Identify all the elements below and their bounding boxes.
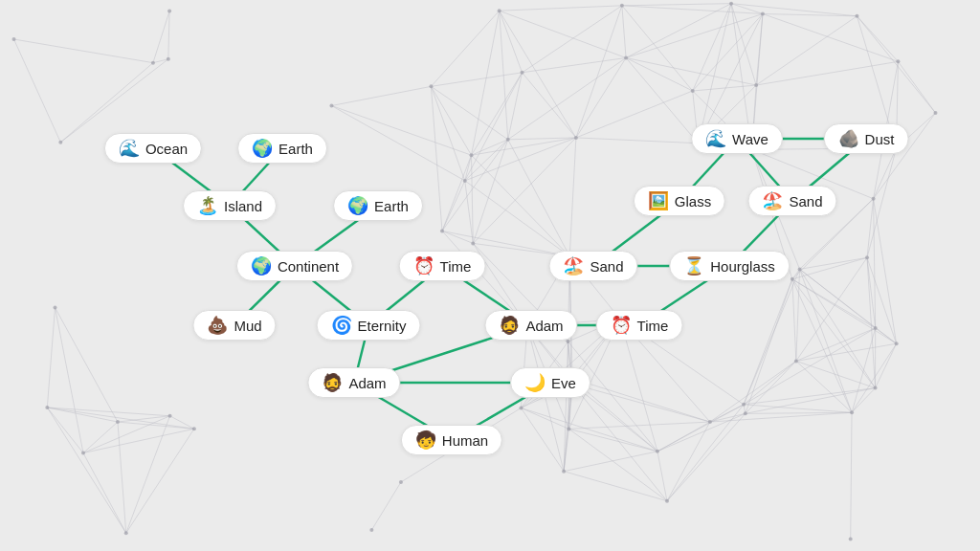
graph-container: 🌊Ocean🌍Earth🏝️Island🌍Earth🌍Continent⏰Tim…: [0, 0, 980, 551]
label-sand1: Sand: [590, 258, 623, 275]
emoji-wave: 🌊: [705, 130, 726, 147]
node-island[interactable]: 🏝️Island: [183, 190, 277, 221]
node-eve[interactable]: 🌙Eve: [510, 367, 590, 398]
node-sand2[interactable]: 🏖️Sand: [747, 186, 836, 216]
label-human: Human: [442, 432, 488, 449]
label-earth1: Earth: [278, 141, 313, 157]
emoji-eve: 🌙: [524, 374, 546, 391]
node-human[interactable]: 🧒Human: [401, 425, 502, 455]
label-island: Island: [224, 198, 262, 214]
emoji-hourglass: ⏳: [683, 257, 704, 275]
label-wave: Wave: [732, 131, 768, 147]
emoji-continent: 🌍: [251, 257, 272, 275]
node-time1[interactable]: ⏰Time: [399, 251, 486, 281]
node-glass[interactable]: 🖼️Glass: [634, 186, 725, 216]
emoji-mud: 💩: [207, 317, 228, 334]
node-time2[interactable]: ⏰Time: [596, 310, 683, 341]
emoji-eternity: 🌀: [331, 317, 352, 334]
emoji-time2: ⏰: [611, 317, 632, 334]
node-earth1[interactable]: 🌍Earth: [237, 133, 327, 164]
emoji-human: 🧒: [415, 431, 436, 449]
label-eve: Eve: [551, 375, 576, 391]
label-sand2: Sand: [789, 193, 822, 209]
emoji-island: 🏝️: [197, 197, 218, 214]
emoji-time1: ⏰: [413, 257, 434, 275]
emoji-adam1: 🧔: [499, 317, 520, 334]
label-adam2: Adam: [348, 375, 386, 391]
label-mud: Mud: [234, 318, 261, 334]
emoji-sand2: 🏖️: [762, 192, 783, 209]
label-continent: Continent: [278, 258, 339, 275]
node-adam2[interactable]: 🧔Adam: [307, 367, 400, 398]
emoji-dust: 🪨: [838, 130, 859, 147]
emoji-earth1: 🌍: [252, 140, 273, 157]
node-continent[interactable]: 🌍Continent: [236, 251, 353, 281]
emoji-earth2: 🌍: [347, 197, 368, 214]
emoji-ocean: 🌊: [119, 140, 140, 157]
label-eternity: Eternity: [358, 318, 407, 334]
label-time2: Time: [637, 318, 669, 334]
label-ocean: Ocean: [145, 141, 188, 157]
node-wave[interactable]: 🌊Wave: [691, 123, 783, 154]
node-hourglass[interactable]: ⏳Hourglass: [669, 251, 790, 281]
node-earth2[interactable]: 🌍Earth: [333, 190, 423, 221]
label-adam1: Adam: [525, 318, 563, 334]
node-dust[interactable]: 🪨Dust: [824, 123, 909, 154]
node-mud[interactable]: 💩Mud: [192, 310, 276, 341]
emoji-sand1: 🏖️: [563, 257, 584, 275]
node-eternity[interactable]: 🌀Eternity: [317, 310, 421, 341]
node-ocean[interactable]: 🌊Ocean: [104, 133, 202, 164]
emoji-glass: 🖼️: [648, 192, 669, 209]
emoji-adam2: 🧔: [322, 374, 343, 391]
label-earth2: Earth: [374, 198, 409, 214]
label-time1: Time: [440, 258, 472, 275]
node-sand1[interactable]: 🏖️Sand: [548, 251, 637, 281]
label-glass: Glass: [675, 193, 711, 209]
label-hourglass: Hourglass: [710, 258, 775, 275]
node-adam1[interactable]: 🧔Adam: [484, 310, 577, 341]
label-dust: Dust: [865, 131, 895, 147]
